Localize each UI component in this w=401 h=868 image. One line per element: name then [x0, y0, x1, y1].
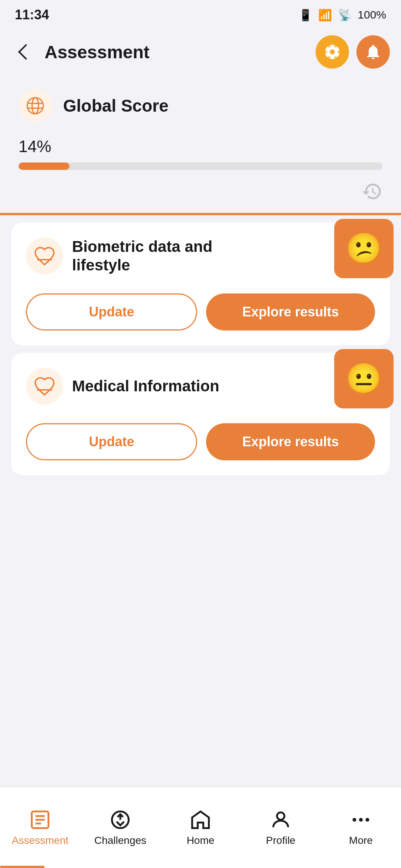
medical-emoji: 😐 — [345, 361, 382, 396]
globe-icon — [26, 96, 45, 115]
medical-icon — [33, 375, 56, 397]
global-score-title: Global Score — [63, 96, 169, 116]
more-nav-icon — [350, 809, 372, 831]
svg-point-0 — [27, 98, 43, 114]
biometric-emoji-badge: 😕 — [334, 219, 394, 278]
header-actions — [316, 35, 390, 69]
biometric-card: Biometric data and lifestyle 😕 Update Ex… — [11, 223, 390, 345]
biometric-card-title: Biometric data and lifestyle — [72, 237, 243, 275]
biometric-icon — [33, 245, 56, 267]
bottom-nav: Assessment Challenges Home Profile More — [0, 786, 401, 868]
nav-home[interactable]: Home — [160, 809, 241, 846]
biometric-update-button[interactable]: Update — [26, 293, 197, 331]
wifi-icon: 📶 — [318, 9, 332, 22]
settings-button[interactable] — [316, 35, 349, 69]
status-icons: 📱 📶 📡 100% — [299, 9, 386, 22]
medical-update-button[interactable]: Update — [26, 423, 197, 460]
nav-more[interactable]: More — [321, 809, 401, 846]
notification-icon — [364, 43, 382, 61]
svg-point-12 — [353, 818, 356, 822]
medical-card: Medical Information 😐 Update Explore res… — [11, 353, 390, 475]
biometric-icon-wrap — [26, 237, 63, 274]
settings-icon — [323, 43, 341, 61]
nav-challenges[interactable]: Challenges — [80, 809, 160, 846]
back-arrow-icon — [18, 44, 34, 60]
status-bar: 11:34 📱 📶 📡 100% — [0, 0, 401, 30]
biometric-emoji: 😕 — [345, 231, 382, 266]
profile-nav-label: Profile — [266, 835, 295, 846]
back-button[interactable] — [15, 41, 37, 63]
nav-indicator — [0, 866, 45, 868]
more-nav-label: More — [349, 835, 373, 846]
global-score-header: Global Score — [19, 89, 382, 122]
medical-card-buttons: Update Explore results — [26, 423, 375, 460]
medical-card-title: Medical Information — [72, 377, 219, 395]
sim-icon: 📱 — [299, 9, 312, 22]
home-nav-icon — [189, 809, 212, 831]
global-score-section: Global Score 14% — [0, 74, 401, 213]
page-title: Assessment — [45, 42, 150, 62]
progress-bar — [19, 162, 382, 170]
svg-point-1 — [32, 98, 38, 114]
challenges-nav-icon — [109, 809, 131, 831]
card-icon-title-medical: Medical Information — [26, 368, 219, 405]
medical-explore-button[interactable]: Explore results — [206, 423, 375, 460]
biometric-card-buttons: Update Explore results — [26, 293, 375, 331]
history-button[interactable] — [19, 181, 382, 202]
notification-button[interactable] — [356, 35, 390, 69]
home-nav-label: Home — [187, 835, 215, 846]
svg-point-13 — [359, 818, 363, 822]
signal-icon: 📡 — [338, 9, 352, 22]
status-time: 11:34 — [15, 7, 49, 23]
score-percent: 14% — [19, 137, 382, 156]
svg-point-11 — [277, 812, 284, 820]
biometric-explore-button[interactable]: Explore results — [206, 293, 375, 331]
profile-nav-icon — [270, 809, 292, 831]
assessment-nav-label: Assessment — [12, 835, 69, 846]
globe-icon-wrap — [19, 89, 52, 122]
card-top: Biometric data and lifestyle 😕 — [26, 237, 375, 275]
svg-point-14 — [366, 818, 369, 822]
assessment-nav-icon — [29, 809, 51, 831]
header: Assessment — [0, 30, 401, 74]
battery-icon: 100% — [358, 9, 386, 21]
medical-icon-wrap — [26, 368, 63, 405]
progress-fill — [19, 162, 69, 170]
cards-container: Biometric data and lifestyle 😕 Update Ex… — [0, 215, 401, 483]
card-icon-title: Biometric data and lifestyle — [26, 237, 243, 275]
history-icon — [362, 181, 382, 202]
card-top-medical: Medical Information 😐 — [26, 368, 375, 405]
medical-emoji-badge: 😐 — [334, 349, 394, 408]
challenges-nav-label: Challenges — [94, 835, 146, 846]
nav-assessment[interactable]: Assessment — [0, 809, 80, 846]
nav-profile[interactable]: Profile — [241, 809, 321, 846]
